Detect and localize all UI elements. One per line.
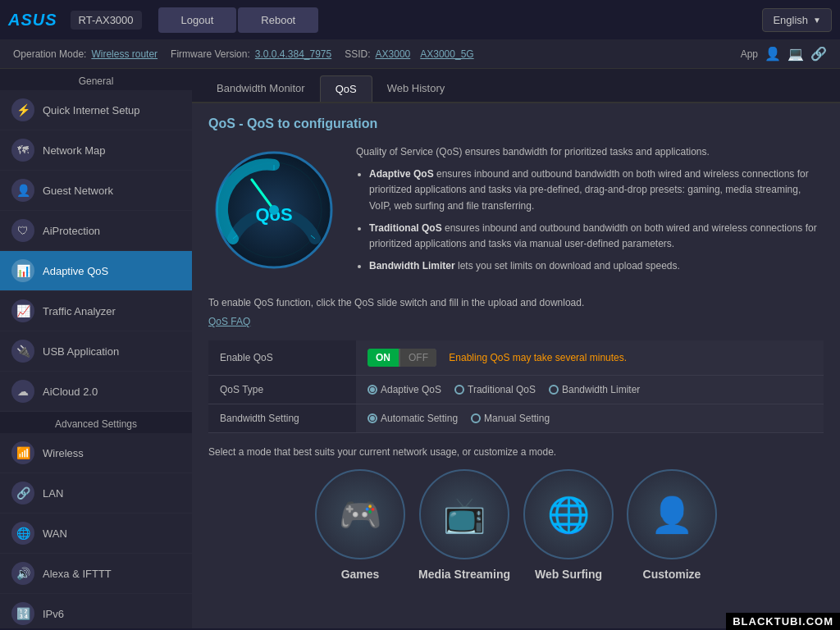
qos-graphic: QoS <box>208 144 340 276</box>
sidebar-item-wan[interactable]: 🌐 WAN <box>0 514 192 554</box>
speedometer-svg: QoS <box>212 148 336 272</box>
info-text: Quality of Service (QoS) ensures bandwid… <box>356 144 824 281</box>
sidebar-label-ipv6: IPv6 <box>43 608 64 620</box>
games-label: Games <box>341 568 380 581</box>
media-streaming-icon: 📺 <box>419 469 509 559</box>
status-icons: App 👤 💻 🔗 <box>741 46 827 62</box>
radio-traditional-dot <box>454 385 464 395</box>
settings-table: Enable QoS ON OFF Enabling QoS may take … <box>208 340 824 433</box>
mode-card-web-surfing[interactable]: 🌐 Web Surfing <box>523 469 614 581</box>
radio-adaptive-label: Adaptive QoS <box>381 384 441 395</box>
radio-manual-setting[interactable]: Manual Setting <box>471 413 550 424</box>
chevron-down-icon: ▼ <box>813 16 821 25</box>
router-icon[interactable]: 💻 <box>788 46 804 62</box>
content-area: Bandwidth Monitor QoS Web History QoS - … <box>192 69 840 628</box>
ssid-5g-value[interactable]: AX3000_5G <box>420 48 473 60</box>
traffic-analyzer-icon: 📈 <box>11 299 34 322</box>
language-selector[interactable]: English ▼ <box>762 8 832 32</box>
top-right: English ▼ <box>762 8 832 32</box>
op-mode-label: Operation Mode: <box>13 48 86 60</box>
bullet-bandwidth-limiter: Bandwidth Limiter lets you set limits on… <box>369 258 824 274</box>
sidebar: General ⚡ Quick Internet Setup 🗺 Network… <box>0 69 192 628</box>
toggle-warning-msg: Enabling QoS may take several minutes. <box>449 352 627 363</box>
radio-bandwidth-label: Bandwidth Limiter <box>562 384 640 395</box>
sidebar-item-alexa[interactable]: 🔊 Alexa & IFTTT <box>0 554 192 594</box>
bandwidth-setting-label: Bandwidth Setting <box>208 404 356 433</box>
lan-icon: 🔗 <box>11 482 34 504</box>
sidebar-item-traffic-analyzer[interactable]: 📈 Traffic Analyzer <box>0 291 192 331</box>
sidebar-item-aiprotection[interactable]: 🛡 AiProtection <box>0 211 192 251</box>
page-title: QoS - QoS to configuration <box>208 116 824 131</box>
sidebar-label-quick-setup: Quick Internet Setup <box>43 104 140 116</box>
top-nav: Logout Reboot <box>158 7 319 33</box>
info-section: QoS Quality of Service (QoS) ensures ban… <box>208 144 824 281</box>
op-mode-value[interactable]: Wireless router <box>91 48 158 60</box>
mode-cards: 🎮 Games 📺 Media Streaming 🌐 Web Surfing … <box>208 469 824 581</box>
sidebar-item-guest-network[interactable]: 👤 Guest Network <box>0 171 192 211</box>
tab-web-history[interactable]: Web History <box>372 75 460 102</box>
radio-adaptive-dot <box>368 385 377 395</box>
sidebar-item-network-map[interactable]: 🗺 Network Map <box>0 130 192 171</box>
reboot-button[interactable]: Reboot <box>238 7 318 33</box>
qos-faq-link[interactable]: QoS FAQ <box>208 316 250 327</box>
enable-qos-row: Enable QoS ON OFF Enabling QoS may take … <box>208 340 824 376</box>
sidebar-label-wireless: Wireless <box>43 447 84 459</box>
firmware-label: Firmware Version: <box>171 48 250 60</box>
toggle-on-label: ON <box>368 349 399 367</box>
asus-logo: ASUS <box>8 11 57 30</box>
enable-qos-toggle[interactable]: ON OFF <box>368 349 436 367</box>
mode-card-games[interactable]: 🎮 Games <box>315 469 405 581</box>
language-label: English <box>773 14 808 26</box>
mode-card-customize[interactable]: 👤 Customize <box>627 469 717 581</box>
mode-note: Select a mode that best suits your curre… <box>208 446 824 458</box>
web-surfing-label: Web Surfing <box>535 568 602 581</box>
sidebar-item-wireless[interactable]: 📶 Wireless <box>0 433 192 473</box>
mode-card-media-streaming[interactable]: 📺 Media Streaming <box>418 469 510 581</box>
adaptive-qos-icon: 📊 <box>11 259 34 282</box>
logout-button[interactable]: Logout <box>158 7 237 33</box>
sidebar-label-aiprotection: AiProtection <box>43 225 100 237</box>
general-section-label: General <box>0 69 192 90</box>
bandwidth-setting-control: Automatic Setting Manual Setting <box>356 404 824 433</box>
qos-type-group: Adaptive QoS Traditional QoS Bandwidth L… <box>368 384 812 395</box>
sidebar-label-usb-application: USB Application <box>43 345 119 358</box>
watermark: BLACKTUBI.COM <box>726 613 840 630</box>
sidebar-label-adaptive-qos: Adaptive QoS <box>43 265 108 277</box>
radio-bandwidth-limiter[interactable]: Bandwidth Limiter <box>549 384 640 395</box>
sidebar-item-quick-setup[interactable]: ⚡ Quick Internet Setup <box>0 90 192 130</box>
ssid-label: SSID: <box>345 48 370 60</box>
sidebar-item-aicloud[interactable]: ☁ AiCloud 2.0 <box>0 372 192 412</box>
sidebar-item-usb-application[interactable]: 🔌 USB Application <box>0 331 192 372</box>
share-icon[interactable]: 🔗 <box>810 46 827 62</box>
quick-setup-icon: ⚡ <box>11 98 34 121</box>
sidebar-item-adaptive-qos[interactable]: 📊 Adaptive QoS <box>0 251 192 291</box>
ssid-value[interactable]: AX3000 <box>376 48 411 60</box>
qos-type-control: Adaptive QoS Traditional QoS Bandwidth L… <box>356 376 824 404</box>
app-label: App <box>741 48 758 60</box>
sidebar-label-traffic-analyzer: Traffic Analyzer <box>43 305 116 317</box>
tab-qos[interactable]: QoS <box>320 75 372 102</box>
qos-type-row: QoS Type Adaptive QoS Traditional QoS <box>208 376 824 404</box>
sidebar-label-network-map: Network Map <box>43 144 106 157</box>
radio-traditional-label: Traditional QoS <box>468 384 536 395</box>
sidebar-label-alexa: Alexa & IFTTT <box>43 568 112 580</box>
ipv6-icon: 🔢 <box>11 602 34 625</box>
logo: ASUS RT-AX3000 <box>8 11 142 30</box>
sidebar-item-ipv6[interactable]: 🔢 IPv6 <box>0 594 192 628</box>
main-layout: General ⚡ Quick Internet Setup 🗺 Network… <box>0 69 840 628</box>
radio-traditional[interactable]: Traditional QoS <box>454 384 536 395</box>
bandwidth-setting-row: Bandwidth Setting Automatic Setting Manu… <box>208 404 824 433</box>
user-icon[interactable]: 👤 <box>765 46 781 62</box>
qos-type-label: QoS Type <box>208 376 356 404</box>
sidebar-label-lan: LAN <box>43 487 63 500</box>
radio-adaptive[interactable]: Adaptive QoS <box>368 384 441 395</box>
tab-bandwidth-monitor[interactable]: Bandwidth Monitor <box>202 75 320 102</box>
alexa-icon: 🔊 <box>11 562 34 585</box>
firmware-value[interactable]: 3.0.0.4.384_7975 <box>255 48 331 60</box>
sidebar-item-lan[interactable]: 🔗 LAN <box>0 473 192 514</box>
toggle-off-label: OFF <box>400 349 436 367</box>
radio-auto-dot <box>368 413 377 423</box>
radio-auto-setting[interactable]: Automatic Setting <box>368 413 458 424</box>
tabs-bar: Bandwidth Monitor QoS Web History <box>192 69 840 103</box>
model-label: RT-AX3000 <box>71 11 142 30</box>
